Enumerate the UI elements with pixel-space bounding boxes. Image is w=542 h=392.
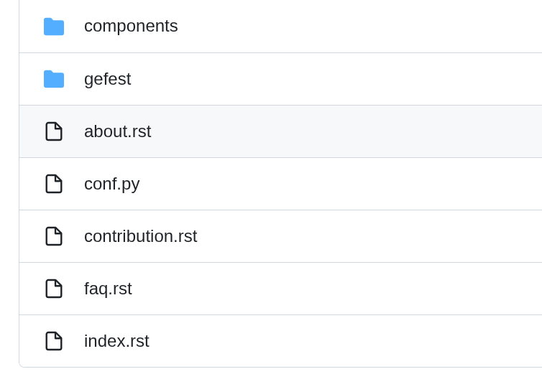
file-list: components gefest about.rst conf.py cont… [19, 0, 542, 368]
item-label: faq.rst [84, 279, 132, 299]
file-icon [44, 174, 64, 194]
item-label: contribution.rst [84, 226, 197, 247]
list-item[interactable]: contribution.rst [19, 210, 542, 262]
item-label: gefest [84, 69, 131, 90]
file-icon [44, 226, 64, 246]
file-icon [44, 331, 64, 351]
list-item[interactable]: about.rst [19, 105, 542, 157]
list-item[interactable]: components [19, 0, 542, 52]
item-label: components [84, 16, 178, 37]
file-icon [44, 121, 64, 141]
list-item[interactable]: conf.py [19, 157, 542, 210]
folder-icon [44, 69, 64, 89]
file-icon [44, 279, 64, 299]
folder-icon [44, 17, 64, 37]
list-item[interactable]: faq.rst [19, 262, 542, 314]
list-item[interactable]: index.rst [19, 314, 542, 367]
list-item[interactable]: gefest [19, 52, 542, 105]
item-label: conf.py [84, 174, 139, 195]
item-label: index.rst [84, 331, 150, 352]
item-label: about.rst [84, 121, 151, 142]
